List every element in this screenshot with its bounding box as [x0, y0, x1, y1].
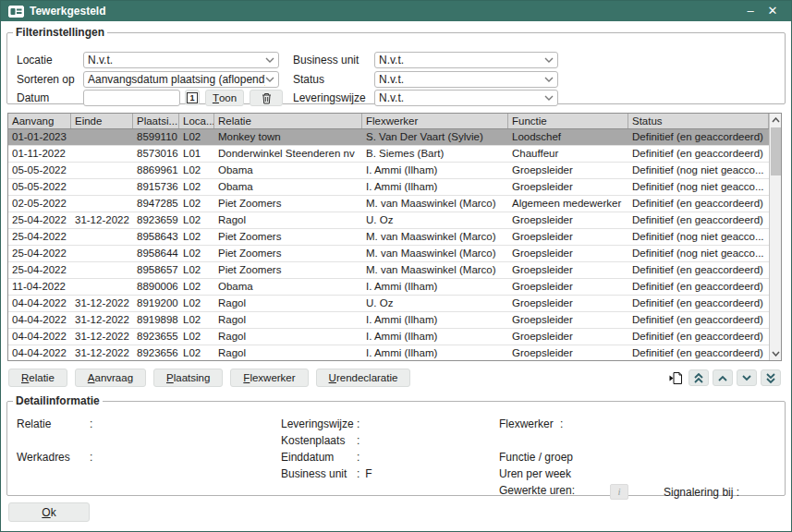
- detail-business-unit: Business unit:F: [281, 467, 372, 480]
- table-row[interactable]: 04-04-202231-12-20228919898L02RagolI. Am…: [8, 312, 769, 329]
- trash-icon: [262, 92, 272, 104]
- locatie-label: Locatie: [17, 52, 53, 68]
- table-cell: Ragol: [214, 329, 362, 345]
- table-cell: L02: [179, 212, 214, 228]
- table-cell: 8599110: [133, 129, 179, 145]
- table-cell: 31-12-2022: [71, 212, 133, 228]
- table-row[interactable]: 05-05-20228869961L02ObamaI. Ammi (Ilham)…: [8, 163, 769, 179]
- tab-plaatsing[interactable]: Plaatsing: [153, 369, 223, 387]
- table-row[interactable]: 04-04-202231-12-20228923656L02RagolI. Am…: [8, 345, 769, 360]
- table-row[interactable]: 04-04-202231-12-20228919200L02RagolU. Oz…: [8, 296, 769, 312]
- detail-functie-groep: Functie / groep: [499, 451, 573, 464]
- table-cell: L02: [179, 312, 214, 328]
- previous-record-button[interactable]: [713, 369, 733, 386]
- status-select[interactable]: N.v.t.: [374, 71, 558, 88]
- scroll-up-icon[interactable]: [770, 114, 782, 127]
- column-header-8[interactable]: Status: [628, 114, 769, 128]
- chevron-down-icon: [544, 95, 554, 101]
- document-arrow-icon: [669, 371, 683, 385]
- detail-flexwerker: Flexwerker:: [499, 417, 563, 430]
- table-cell: 11-04-2022: [8, 279, 71, 295]
- window-title: Tewerkgesteld: [30, 5, 739, 18]
- datum-input[interactable]: [83, 90, 180, 106]
- table-cell: Piet Zoomers: [214, 262, 362, 278]
- table-cell: 04-04-2022: [8, 345, 71, 360]
- table-row[interactable]: 25-04-20228958643L02Piet ZoomersM. van M…: [8, 229, 769, 246]
- table-cell: 05-05-2022: [8, 179, 71, 195]
- calendar-picker-button[interactable]: 1: [185, 90, 200, 105]
- first-record-button[interactable]: [688, 369, 709, 386]
- table-cell: 04-04-2022: [8, 312, 71, 328]
- table-cell: Groepsleider: [508, 345, 628, 360]
- next-record-button[interactable]: [737, 369, 757, 386]
- toon-button[interactable]: Toon: [205, 90, 244, 106]
- table-scrollbar[interactable]: [769, 114, 781, 360]
- leveringswijze-label: Leveringswijze: [293, 90, 366, 106]
- close-button[interactable]: ✕: [762, 2, 784, 20]
- table-row[interactable]: 25-04-20228958644L02Piet ZoomersM. van M…: [8, 246, 769, 262]
- titlebar: Tewerkgesteld – ✕: [1, 1, 791, 21]
- detail-relatie: Relatie:: [17, 417, 92, 430]
- table-row[interactable]: 01-01-20238599110L02Monkey townS. Van De…: [8, 129, 769, 146]
- table-cell: Definitief (nog niet geacco...: [628, 179, 769, 195]
- column-header-2[interactable]: Einde: [71, 114, 133, 128]
- dialog-tewerkgesteld: Tewerkgesteld – ✕ Filterinstellingen Loc…: [0, 0, 792, 532]
- chevron-down-icon: [544, 77, 554, 82]
- table-cell: Obama: [214, 179, 362, 195]
- tab-flexwerker[interactable]: Flexwerker: [230, 369, 308, 387]
- table-cell: 8919898: [133, 312, 179, 328]
- table-header-row: AanvangEindePlaatsi...Loca...RelatieFlex…: [8, 114, 769, 129]
- tab-relatie[interactable]: Relatie: [8, 369, 67, 387]
- table-row[interactable]: 01-11-20228573016L01Donderwinkel Steende…: [8, 146, 769, 163]
- column-header-6[interactable]: Flexwerker: [362, 114, 508, 128]
- column-header-4[interactable]: Loca...: [179, 114, 214, 128]
- table-row[interactable]: 02-05-20228947285L02Piet ZoomersM. van M…: [8, 196, 769, 212]
- table-cell: 8573016: [133, 146, 179, 162]
- column-header-7[interactable]: Functie: [508, 114, 628, 128]
- column-header-1[interactable]: Aanvang: [8, 114, 71, 128]
- table-cell: L02: [179, 296, 214, 311]
- table-cell: [71, 262, 133, 278]
- table-cell: Definitief (en geaccordeerd): [628, 296, 769, 311]
- table-cell: Obama: [214, 163, 362, 178]
- business-unit-select[interactable]: N.v.t.: [374, 52, 558, 68]
- table-row[interactable]: 25-04-20228958657L02Piet ZoomersM. van M…: [8, 262, 769, 279]
- chevron-down-icon: [265, 77, 274, 82]
- table-row[interactable]: 25-04-202231-12-20228923659L02RagolU. Oz…: [8, 212, 769, 229]
- tab-bar: RelatieAanvraagPlaatsingFlexwerkerUrende…: [8, 369, 410, 387]
- table-row[interactable]: 05-05-20228915736L02ObamaI. Ammi (Ilham)…: [8, 179, 769, 196]
- sorteren-select[interactable]: Aanvangsdatum plaatsing (aflopend): [83, 71, 279, 88]
- leveringswijze-value: N.v.t.: [379, 91, 544, 105]
- status-value: N.v.t.: [379, 72, 544, 87]
- table-cell: L02: [179, 179, 214, 195]
- goto-record-button[interactable]: [666, 369, 685, 386]
- locatie-select[interactable]: N.v.t.: [83, 52, 279, 68]
- table-cell: [71, 196, 133, 212]
- column-header-5[interactable]: Relatie: [214, 114, 362, 128]
- filter-group-title: Filterinstellingen: [13, 26, 107, 39]
- table-cell: Donderwinkel Steenderen nv: [214, 146, 362, 162]
- table-cell: 8923655: [133, 329, 179, 345]
- table-cell: Groepsleider: [508, 179, 628, 195]
- clear-filter-button[interactable]: [250, 90, 283, 106]
- scroll-down-icon[interactable]: [770, 347, 782, 360]
- tab-aanvraag[interactable]: Aanvraag: [75, 369, 146, 387]
- table-row[interactable]: 11-04-20228890006L02ObamaI. Ammi (Ilham)…: [8, 279, 769, 296]
- column-header-3[interactable]: Plaatsi...: [133, 114, 179, 128]
- tab-urendeclaratie[interactable]: Urendeclaratie: [316, 369, 411, 387]
- table-cell: I. Ammi (Ilham): [362, 163, 508, 178]
- table-cell: L01: [179, 146, 214, 162]
- ok-button[interactable]: Ok: [8, 502, 90, 522]
- table-cell: [71, 229, 133, 245]
- info-button[interactable]: i: [610, 484, 628, 500]
- table-row[interactable]: 04-04-202231-12-20228923655L02RagolI. Am…: [8, 329, 769, 345]
- table-cell: Ragol: [214, 312, 362, 328]
- last-record-button[interactable]: [761, 369, 781, 386]
- table-cell: S. Van Der Vaart (Sylvie): [362, 129, 508, 145]
- table-cell: [71, 129, 133, 145]
- scrollbar-thumb[interactable]: [771, 127, 781, 175]
- table-cell: 25-04-2022: [8, 229, 71, 245]
- minimize-button[interactable]: –: [739, 2, 762, 20]
- leveringswijze-select[interactable]: N.v.t.: [374, 90, 558, 106]
- table-cell: Piet Zoomers: [214, 246, 362, 261]
